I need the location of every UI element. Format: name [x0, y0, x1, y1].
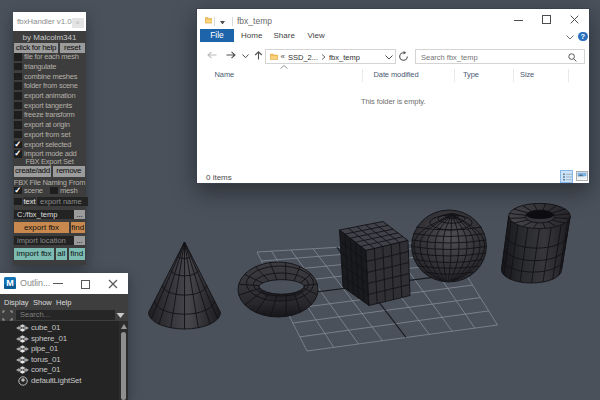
svg-text:M: M [6, 278, 14, 288]
